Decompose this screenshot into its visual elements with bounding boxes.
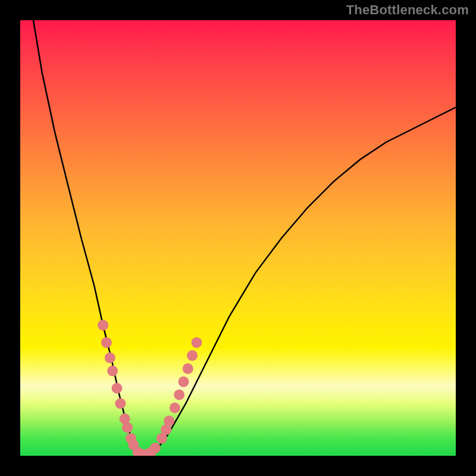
highlight-dot: [178, 377, 189, 387]
highlight-dot: [187, 350, 198, 361]
highlight-dot: [101, 337, 112, 348]
highlight-dot: [183, 364, 193, 374]
highlight-dot: [112, 383, 123, 394]
highlight-dot: [107, 365, 118, 376]
highlight-dot: [164, 415, 174, 426]
watermark-text: TheBottleneck.com: [346, 2, 469, 18]
highlight-dot: [105, 352, 115, 363]
curve-svg: [20, 20, 456, 456]
marker-group: [98, 320, 202, 456]
highlight-dot: [192, 337, 202, 348]
highlight-dot: [122, 422, 133, 433]
highlight-dot: [174, 390, 184, 400]
highlight-dot: [115, 398, 126, 409]
highlight-dot: [150, 443, 161, 453]
highlight-dot: [98, 320, 108, 330]
bottleneck-curve: [33, 20, 456, 456]
plot-area: [20, 20, 456, 456]
chart-frame: TheBottleneck.com: [0, 0, 476, 476]
highlight-dot: [170, 403, 180, 414]
